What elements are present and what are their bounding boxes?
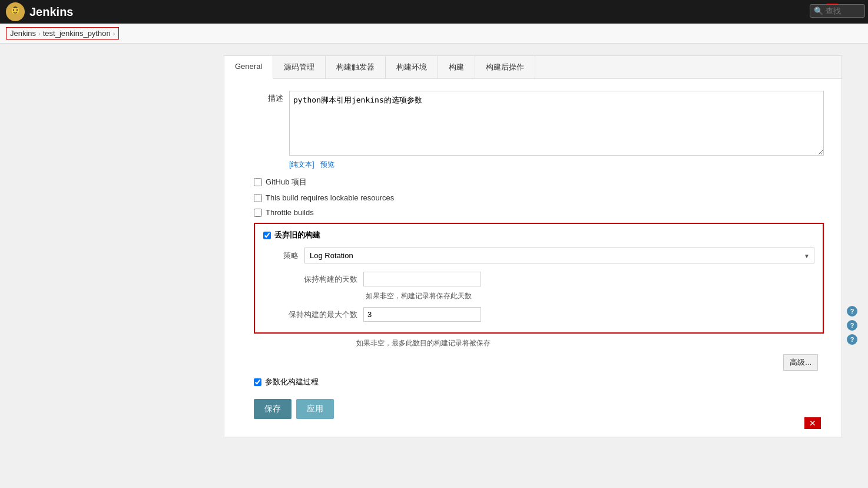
throttle-checkbox[interactable]: [254, 209, 262, 217]
header: Jenkins 2 🔍: [0, 0, 868, 24]
help-icon-2[interactable]: ?: [847, 320, 857, 331]
tabs-container: General 源码管理 构建触发器 构建环境 构建 构建后操作: [224, 55, 842, 437]
preview-link[interactable]: 预览: [320, 160, 334, 169]
github-label: GitHub 项目: [266, 177, 307, 187]
tab-environment[interactable]: 构建环境: [386, 56, 438, 78]
search-icon: 🔍: [814, 6, 823, 15]
strategy-row: 策略 Log Rotation: [263, 248, 814, 263]
lockable-label: This build requires lockable resources: [266, 193, 394, 202]
breadcrumb: Jenkins › test_jenkins_python ›: [0, 24, 868, 44]
github-checkbox[interactable]: [254, 178, 262, 186]
github-checkbox-row: GitHub 项目: [242, 177, 824, 187]
throttle-label: Throttle builds: [266, 208, 314, 217]
days-input[interactable]: [363, 272, 481, 286]
max-builds-label: 保持构建的最大个数: [263, 309, 357, 320]
main-content: General 源码管理 构建触发器 构建环境 构建 构建后操作: [0, 44, 868, 437]
app-title: Jenkins: [29, 5, 73, 19]
parametrize-row: 参数化构建过程: [254, 377, 824, 387]
strategy-select-wrapper: Log Rotation: [304, 248, 814, 263]
breadcrumb-jenkins[interactable]: Jenkins: [10, 29, 36, 38]
discard-label: 丢弃旧的构建: [274, 230, 320, 240]
strategy-select[interactable]: Log Rotation: [304, 248, 814, 263]
description-row: 描述 python脚本引用jenkins的选项参数 [纯文本] 预览: [242, 91, 824, 170]
help-column: ? ? ?: [847, 303, 857, 345]
tabs-header: General 源码管理 构建触发器 构建环境 构建 构建后操作: [224, 56, 842, 79]
tab-build[interactable]: 构建: [438, 56, 475, 78]
discard-checkbox[interactable]: [263, 232, 271, 239]
discard-header: 丢弃旧的构建: [263, 230, 814, 240]
help-icon-1[interactable]: ?: [847, 306, 857, 316]
breadcrumb-sep-2: ›: [113, 30, 115, 37]
svg-point-2: [16, 9, 18, 11]
breadcrumb-project[interactable]: test_jenkins_python: [43, 29, 111, 38]
help-icon-3[interactable]: ?: [847, 334, 857, 345]
close-button-area: ✕: [804, 417, 821, 429]
svg-point-1: [13, 9, 14, 11]
lockable-checkbox[interactable]: [254, 194, 262, 202]
breadcrumb-sep-1: ›: [38, 30, 41, 37]
advanced-row: 高级...: [242, 354, 824, 371]
max-builds-row: 保持构建的最大个数: [263, 307, 814, 322]
description-control: python脚本引用jenkins的选项参数 [纯文本] 预览: [289, 91, 824, 170]
max-builds-input[interactable]: [363, 307, 481, 322]
breadcrumb-wrapper: Jenkins › test_jenkins_python ›: [6, 27, 119, 39]
plain-text-link[interactable]: [纯文本]: [289, 160, 314, 169]
max-builds-hint: 如果非空，最多此数目的构建记录将被保存: [356, 338, 824, 348]
advanced-button[interactable]: 高级...: [783, 354, 818, 371]
save-button[interactable]: 保存: [254, 399, 291, 419]
search-input[interactable]: [826, 6, 861, 15]
form-content: 描述 python脚本引用jenkins的选项参数 [纯文本] 预览 GitHu…: [224, 79, 842, 437]
description-textarea[interactable]: python脚本引用jenkins的选项参数: [289, 91, 824, 156]
text-links: [纯文本] 预览: [289, 160, 824, 170]
days-row: 保持构建的天数: [263, 272, 814, 286]
parametrize-checkbox[interactable]: [254, 378, 261, 386]
tab-post-build[interactable]: 构建后操作: [475, 56, 535, 78]
parametrize-label: 参数化构建过程: [265, 377, 319, 387]
svg-point-0: [11, 6, 19, 15]
search-wrapper[interactable]: 🔍: [810, 4, 865, 18]
tab-general[interactable]: General: [224, 56, 273, 79]
apply-button[interactable]: 应用: [296, 399, 334, 419]
close-button[interactable]: ✕: [804, 417, 821, 429]
tab-source[interactable]: 源码管理: [273, 56, 326, 78]
description-label: 描述: [242, 91, 289, 104]
lockable-checkbox-row: This build requires lockable resources: [242, 193, 824, 202]
jenkins-logo-icon: [6, 2, 25, 21]
discard-section: 丢弃旧的构建 策略 Log Rotation 保持构建的天数: [254, 223, 824, 334]
days-hint: 如果非空，构建记录将保存此天数: [366, 291, 814, 301]
throttle-checkbox-row: Throttle builds: [242, 208, 824, 217]
bottom-buttons: 保存 应用: [242, 393, 824, 425]
days-label: 保持构建的天数: [263, 274, 357, 285]
tab-triggers[interactable]: 构建触发器: [326, 56, 386, 78]
tabs-with-help: General 源码管理 构建触发器 构建环境 构建 构建后操作: [224, 55, 857, 437]
strategy-label: 策略: [263, 250, 299, 261]
logo: Jenkins: [6, 2, 73, 21]
